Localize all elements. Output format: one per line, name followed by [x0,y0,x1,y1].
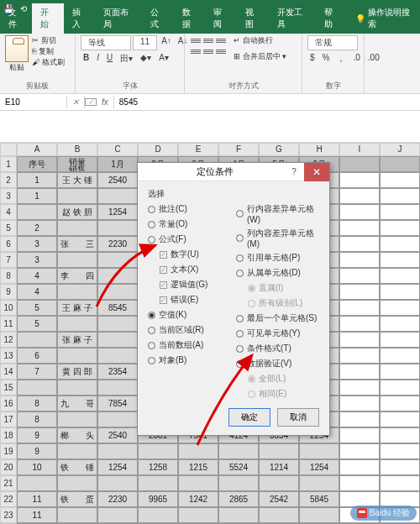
col-head-A[interactable]: A [17,143,57,156]
dec-decimal-button[interactable]: .00 [365,52,382,66]
row-head-13[interactable]: 13 [0,348,17,364]
tab-formulas[interactable]: 公式 [142,3,174,34]
option-2[interactable]: 公式(F) [148,233,231,245]
comma-button[interactable]: ， [334,52,348,66]
cell-E21[interactable] [178,475,218,491]
cell-F23[interactable] [218,507,259,523]
option-5[interactable]: 逻辑值(G) [160,279,231,291]
cell-A23[interactable]: 11 [17,507,57,523]
col-head-G[interactable]: G [259,143,299,156]
cell-J10[interactable] [380,300,420,316]
row-head-10[interactable]: 10 [0,300,17,316]
cell-A18[interactable]: 9 [17,427,57,443]
option-2[interactable]: 引用单元格(P) [236,252,319,264]
option-8[interactable]: 当前区域(R) [148,324,231,336]
cell-J1[interactable] [380,156,420,172]
tab-developer[interactable]: 开发工具 [269,3,316,34]
option-8[interactable]: 条件格式(T) [236,343,319,354]
cell-C12[interactable] [97,332,138,348]
cell-J6[interactable] [380,236,420,252]
row-head-4[interactable]: 4 [0,204,17,220]
cell-I18[interactable] [339,427,380,443]
row-head-23[interactable]: 23 [0,507,17,523]
cell-B11[interactable] [57,316,97,332]
cell-E23[interactable] [178,507,218,523]
cell-G22[interactable]: 2542 [259,491,299,507]
col-head-D[interactable]: D [138,143,178,156]
row-head-11[interactable]: 11 [0,316,17,332]
cell-I10[interactable] [339,300,380,316]
cell-D21[interactable] [138,475,178,491]
cell-B10[interactable]: 王 麻 子 [57,300,97,316]
cell-J13[interactable] [380,348,420,364]
underline-button[interactable]: U [104,52,115,66]
cell-B6[interactable]: 张 三 [57,236,97,252]
col-head-J[interactable]: J [380,143,420,156]
row-head-19[interactable]: 19 [0,443,17,459]
cell-B23[interactable] [57,507,97,523]
cell-F21[interactable] [218,475,259,491]
cell-A9[interactable]: 4 [17,284,57,300]
cell-D20[interactable]: 1258 [138,459,178,475]
row-head-6[interactable]: 6 [0,236,17,252]
option-3[interactable]: 从属单元格(D) [236,267,319,279]
tab-review[interactable]: 审阅 [205,3,237,34]
number-format-select[interactable]: 常规 [307,35,358,50]
cell-A11[interactable]: 5 [17,316,57,332]
cell-G21[interactable] [259,475,299,491]
row-head-17[interactable]: 17 [0,411,17,427]
cell-A12[interactable] [17,332,57,348]
cell-C20[interactable]: 1254 [97,459,138,475]
option-1[interactable]: 列内容差异单元格(M) [236,228,319,249]
cell-C6[interactable]: 2230 [97,236,138,252]
cell-A4[interactable] [17,204,57,220]
font-size-select[interactable]: 11 [133,35,157,50]
grow-font-button[interactable]: A↑ [159,35,174,50]
ok-button[interactable]: 确定 [228,408,270,427]
cell-J12[interactable] [380,332,420,348]
cell-I17[interactable] [339,411,380,427]
tab-home[interactable]: 开始 [32,3,64,34]
cell-J3[interactable] [380,188,420,204]
cell-I5[interactable] [339,220,380,236]
cell-C10[interactable]: 8545 [97,300,138,316]
cell-B18[interactable]: 榔 头 [57,427,97,443]
cell-B8[interactable]: 李 四 [57,268,97,284]
cell-B13[interactable] [57,348,97,364]
tab-file[interactable]: 文件 [0,3,32,34]
name-box[interactable]: E10 [0,96,67,108]
cell-C17[interactable] [97,411,138,427]
cell-A5[interactable]: 2 [17,220,57,236]
font-name-select[interactable]: 等线 [81,35,131,50]
col-head-H[interactable]: H [299,143,339,156]
cell-J14[interactable] [380,364,420,380]
row-head-16[interactable]: 16 [0,396,17,411]
cell-B3[interactable] [57,188,97,204]
option-3[interactable]: 数字(U) [160,249,231,260]
cell-C23[interactable] [97,507,138,523]
cell-H19[interactable] [299,443,339,459]
fx-icon[interactable]: fx [97,96,114,108]
col-head-B[interactable]: B [57,143,97,156]
row-head-14[interactable]: 14 [0,364,17,380]
cell-G19[interactable] [259,443,299,459]
option-7[interactable]: 可见单元格(Y) [236,328,319,339]
row-head-3[interactable]: 3 [0,188,17,204]
cell-A10[interactable]: 5 [17,300,57,316]
cell-H23[interactable] [299,507,339,523]
row-head-8[interactable]: 8 [0,268,17,284]
cell-J7[interactable] [380,252,420,268]
cell-B1[interactable]: 销量销售 [57,156,97,172]
cell-A22[interactable]: 11 [17,491,57,507]
cell-I2[interactable] [339,172,380,188]
cell-A7[interactable]: 3 [17,252,57,268]
cell-C5[interactable] [97,220,138,236]
formula-input[interactable]: 8545 [114,96,143,108]
tell-me[interactable]: 💡操作说明搜索 [347,3,420,34]
cell-A21[interactable] [17,475,57,491]
row-head-18[interactable]: 18 [0,427,17,443]
row-head-20[interactable]: 20 [0,459,17,475]
cell-I6[interactable] [339,236,380,252]
cell-J17[interactable] [380,411,420,427]
merge-center-button[interactable]: ⊞ 合并后居中 ▾ [234,51,286,62]
